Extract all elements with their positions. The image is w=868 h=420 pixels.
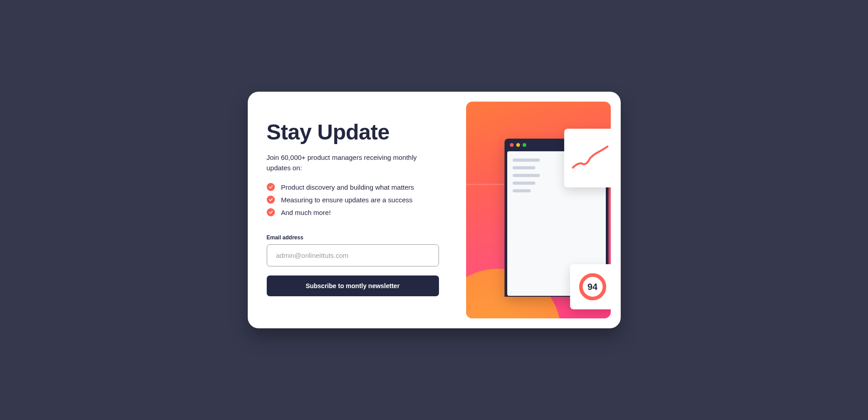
score-card-graphic: 94: [570, 264, 611, 309]
email-field[interactable]: [267, 244, 439, 266]
list-item: Measuring to ensure updates are a succes…: [267, 196, 439, 204]
illustration-panel: 94: [466, 102, 611, 318]
text-line-icon: [513, 182, 535, 185]
check-icon: [267, 183, 275, 191]
traffic-light-yellow-icon: [516, 143, 520, 147]
list-item-text: And much more!: [281, 209, 331, 216]
email-label: Email address: [267, 234, 439, 241]
score-value: 94: [587, 282, 597, 292]
text-line-icon: [513, 159, 540, 162]
check-icon: [267, 208, 275, 216]
list-item-text: Product discovery and building what matt…: [281, 183, 414, 191]
text-line-icon: [513, 189, 531, 192]
newsletter-card: Stay Update Join 60,000+ product manager…: [248, 92, 621, 328]
list-item: And much more!: [267, 208, 439, 216]
traffic-light-green-icon: [523, 143, 526, 147]
list-item: Product discovery and building what matt…: [267, 183, 439, 191]
text-line-icon: [513, 166, 535, 169]
content-section: Stay Update Join 60,000+ product manager…: [258, 102, 448, 318]
subtitle-text: Join 60,000+ product managers receiving …: [267, 153, 439, 173]
list-item-text: Measuring to ensure updates are a succes…: [281, 196, 413, 204]
traffic-light-red-icon: [510, 143, 514, 147]
trend-line-icon: [571, 142, 609, 174]
text-line-icon: [513, 174, 540, 177]
check-icon: [267, 196, 275, 204]
subscribe-button[interactable]: Subscribe to montly newsletter: [267, 275, 439, 296]
feature-list: Product discovery and building what matt…: [267, 183, 439, 221]
chart-card-graphic: [564, 129, 611, 187]
score-ring: 94: [579, 273, 606, 300]
page-title: Stay Update: [267, 120, 439, 145]
